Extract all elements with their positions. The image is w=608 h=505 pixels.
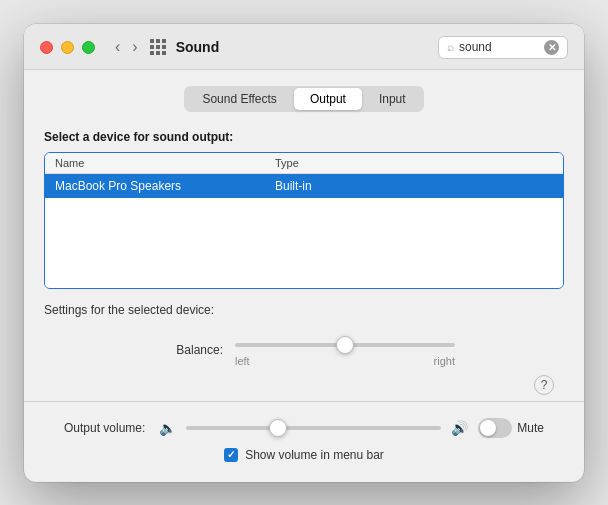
settings-section-label: Settings for the selected device: [44,303,564,317]
help-button[interactable]: ? [534,375,554,395]
tab-output[interactable]: Output [294,88,362,110]
balance-slider[interactable] [235,343,455,347]
balance-row: Balance: left right [44,333,564,367]
titlebar: ‹ › Sound ⌕ ✕ [24,24,584,70]
menu-bar-label: Show volume in menu bar [245,448,384,462]
minimize-button[interactable] [61,41,74,54]
mute-toggle-track[interactable] [478,418,512,438]
volume-slider[interactable] [186,426,441,430]
mute-toggle-thumb [480,420,496,436]
balance-right-label: right [434,355,455,367]
volume-low-icon: 🔈 [159,420,176,436]
maximize-button[interactable] [82,41,95,54]
device-table: Name Type MacBook Pro Speakers Built-in [44,152,564,289]
volume-label: Output volume: [64,421,145,435]
tabs: Sound Effects Output Input [184,86,423,112]
menu-bar-checkbox[interactable]: ✓ [224,448,238,462]
balance-label: Balance: [153,343,223,357]
back-button[interactable]: ‹ [111,37,124,57]
device-section-label: Select a device for sound output: [44,130,564,144]
tab-input[interactable]: Input [363,88,422,110]
device-type: Built-in [275,179,553,193]
close-button[interactable] [40,41,53,54]
traffic-lights [40,41,95,54]
menu-bar-checkbox-row: ✓ Show volume in menu bar [44,448,564,462]
checkbox-check-icon: ✓ [227,449,235,460]
table-empty-area [45,198,563,288]
tab-sound-effects[interactable]: Sound Effects [186,88,293,110]
col-name-header: Name [55,157,275,169]
search-input[interactable] [459,40,539,54]
search-icon: ⌕ [447,40,454,54]
mute-toggle[interactable]: Mute [478,418,544,438]
search-clear-button[interactable]: ✕ [544,40,559,55]
search-bar[interactable]: ⌕ ✕ [438,36,568,59]
divider [24,401,584,402]
grid-icon[interactable] [150,39,166,55]
volume-row: Output volume: 🔈 🔊 Mute [44,418,564,438]
col-type-header: Type [275,157,553,169]
balance-left-label: left [235,355,250,367]
window-title: Sound [176,39,220,55]
help-row: ? [44,375,564,395]
window: ‹ › Sound ⌕ ✕ Sound Effects Output Input… [24,24,584,482]
balance-slider-container: left right [235,333,455,367]
table-header: Name Type [45,153,563,174]
balance-slider-labels: left right [235,355,455,367]
tabs-container: Sound Effects Output Input [44,86,564,112]
forward-button[interactable]: › [128,37,141,57]
device-name: MacBook Pro Speakers [55,179,275,193]
mute-label: Mute [517,421,544,435]
table-row[interactable]: MacBook Pro Speakers Built-in [45,174,563,198]
volume-high-icon: 🔊 [451,420,468,436]
nav-buttons: ‹ › [111,37,142,57]
content: Sound Effects Output Input Select a devi… [24,70,584,482]
